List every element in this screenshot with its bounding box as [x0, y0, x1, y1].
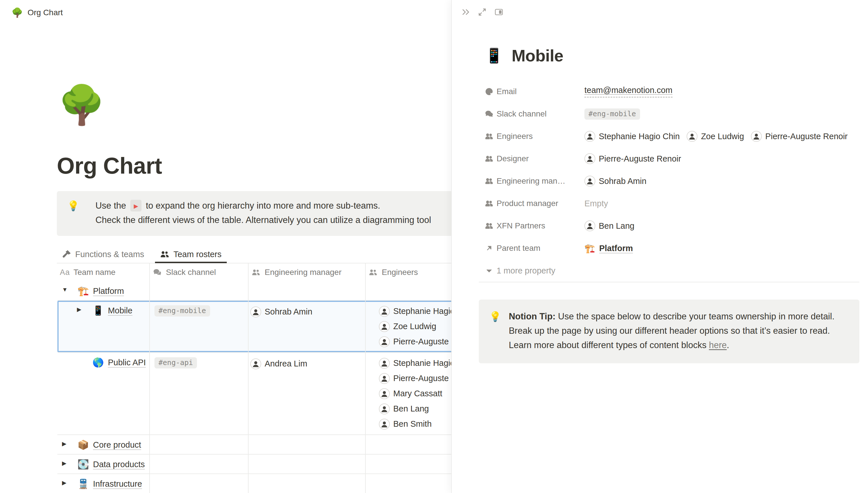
page-icon-small[interactable]: 🌳 — [12, 7, 23, 18]
slack-channel-cell: #eng-mobile — [150, 301, 249, 352]
person-name: Stephanie Hagio Chin — [599, 129, 680, 144]
team-page-link[interactable]: Infrastructure — [93, 477, 142, 490]
property-label[interactable]: Engineering man… — [496, 176, 585, 186]
side-peek-panel: 📱 Mobile Emailteam@makenotion.comSlack c… — [451, 0, 868, 493]
person-name: Pierre-Auguste Renoir — [599, 151, 681, 167]
expand-toggle-icon[interactable]: ▶ — [77, 306, 84, 313]
team-page-link[interactable]: Public API — [108, 356, 146, 369]
team-name-cell: ▶💽Data products — [58, 454, 150, 473]
property-row-parent-team: Parent team🏗️Platform — [452, 237, 868, 259]
person-name: Zoe Ludwig — [701, 129, 744, 144]
people-icon — [485, 132, 493, 140]
engineering-manager-cell — [249, 454, 366, 473]
expand-toggle-icon[interactable]: ▶ — [62, 460, 69, 467]
property-label[interactable]: Product manager — [496, 199, 585, 208]
peek-toolbar — [461, 7, 504, 17]
chat-icon — [485, 110, 493, 118]
app-window: 🌳 Org Chart 🌳 Org Chart 💡 Use the ▶ to e… — [0, 0, 868, 493]
person-pierre-auguste-renoir[interactable]: Pierre-Auguste Renoir — [751, 129, 848, 144]
slack-channel-cell — [150, 281, 249, 300]
person-sohrab-amin[interactable]: Sohrab Amin — [250, 304, 312, 319]
property-value[interactable]: team@makenotion.com — [585, 86, 673, 98]
property-value[interactable]: Empty — [585, 199, 608, 208]
slack-channel-chip[interactable]: #eng-api — [154, 357, 197, 368]
team-page-link[interactable]: Data products — [93, 458, 145, 471]
property-row-email: Emailteam@makenotion.com — [452, 80, 868, 103]
red-triangle-icon: ▶ — [134, 203, 138, 209]
slack-channel-cell: #eng-api — [150, 353, 249, 434]
engineering-manager-cell — [249, 474, 366, 493]
property-list: Emailteam@makenotion.comSlack channel#en… — [452, 80, 868, 282]
text-icon: Aa — [60, 268, 70, 277]
expand-toggle-icon[interactable]: ▶ — [62, 440, 69, 447]
avatar — [585, 220, 595, 231]
property-label[interactable]: Slack channel — [496, 109, 585, 119]
side-peek-icon[interactable] — [494, 7, 504, 17]
property-label[interactable]: XFN Partners — [496, 221, 585, 231]
property-value[interactable]: Pierre-Auguste Renoir — [585, 151, 681, 167]
team-page-link[interactable]: Core product — [93, 438, 141, 451]
slack-channel-chip[interactable]: #eng-mobile — [154, 305, 210, 317]
avatar — [250, 359, 261, 369]
property-label[interactable]: Engineers — [496, 132, 585, 141]
people-icon — [368, 268, 378, 277]
people-icon — [251, 268, 261, 277]
more-properties-row[interactable]: 1 more property — [452, 259, 868, 282]
tab-team-rosters[interactable]: Team rosters — [155, 245, 227, 263]
property-value[interactable]: #eng-mobile — [585, 108, 640, 120]
property-row-slack-channel: Slack channel#eng-mobile — [452, 103, 868, 125]
more-properties-label: 1 more property — [496, 266, 555, 276]
parent-team-page-link[interactable]: 🏗️Platform — [585, 243, 633, 253]
property-value[interactable]: 🏗️Platform — [585, 243, 633, 253]
avatar — [751, 131, 762, 142]
column-header-slack-channel[interactable]: Slack channel — [150, 263, 249, 281]
tab-functions-and-teams[interactable]: Functions & teams — [57, 245, 149, 263]
slack-channel-chip[interactable]: #eng-mobile — [585, 108, 640, 120]
chat-icon — [152, 268, 163, 277]
arrow-up-right-icon — [485, 244, 493, 252]
person-zoe-ludwig[interactable]: Zoe Ludwig — [686, 129, 744, 144]
property-value[interactable]: Stephanie Hagio ChinZoe LudwigPierre-Aug… — [585, 129, 848, 144]
property-label[interactable]: Parent team — [496, 244, 585, 253]
team-emoji: 📱 — [92, 304, 104, 317]
person-stephanie-hagio-chin[interactable]: Stephanie Hagio Chin — [585, 129, 680, 144]
breadcrumb-page-title[interactable]: Org Chart — [27, 8, 63, 17]
callout-line1-post: to expand the org hierarchy into more an… — [143, 200, 380, 211]
person-sohrab-amin[interactable]: Sohrab Amin — [585, 174, 647, 189]
page-title: Org Chart — [57, 153, 162, 179]
person-name: Ben Lang — [599, 218, 634, 234]
person-andrea-lim[interactable]: Andrea Lim — [250, 356, 307, 371]
slack-channel-cell — [150, 474, 249, 493]
column-label: Engineering manager — [264, 268, 342, 277]
here-link[interactable]: here — [709, 340, 727, 350]
column-label: Slack channel — [166, 268, 216, 277]
double-chevron-right-icon[interactable] — [461, 7, 470, 17]
team-page-link[interactable]: Platform — [93, 285, 124, 297]
avatar — [379, 306, 390, 317]
column-header-team-name[interactable]: Aa Team name — [58, 263, 150, 281]
expand-diagonal-icon[interactable] — [478, 7, 487, 17]
property-label[interactable]: Email — [496, 87, 585, 96]
person-pierre-auguste-renoir[interactable]: Pierre-Auguste Renoir — [585, 151, 681, 167]
expand-toggle-icon[interactable]: ▶ — [62, 479, 69, 486]
page-icon-large[interactable]: 🌳 — [58, 82, 105, 128]
callout-line-2: Check the different views of the table. … — [95, 213, 431, 227]
collapse-toggle-icon[interactable]: ▼ — [62, 286, 69, 293]
team-page-link[interactable]: Mobile — [108, 304, 132, 317]
column-label: Engineers — [382, 268, 418, 277]
person-ben-lang[interactable]: Ben Lang — [585, 218, 634, 234]
property-value[interactable]: Ben Lang — [585, 218, 634, 234]
toggle-triangle-chip: ▶ — [130, 200, 142, 212]
notion-tip-body: Use the space below to describe your tea… — [509, 312, 834, 350]
email-link[interactable]: team@makenotion.com — [585, 86, 673, 98]
property-value[interactable]: Sohrab Amin — [585, 174, 647, 189]
team-emoji: 📦 — [78, 438, 89, 451]
chevron-down-icon — [485, 266, 493, 275]
peek-page-icon[interactable]: 📱 — [485, 47, 503, 64]
property-row-engineers: EngineersStephanie Hagio ChinZoe LudwigP… — [452, 125, 868, 148]
parent-team-name: Platform — [599, 244, 633, 253]
property-label[interactable]: Designer — [496, 154, 585, 163]
team-name-cell: ▼🏗️Platform — [58, 281, 150, 300]
slack-channel-cell — [150, 454, 249, 473]
column-header-engineering-manager[interactable]: Engineering manager — [249, 263, 366, 281]
